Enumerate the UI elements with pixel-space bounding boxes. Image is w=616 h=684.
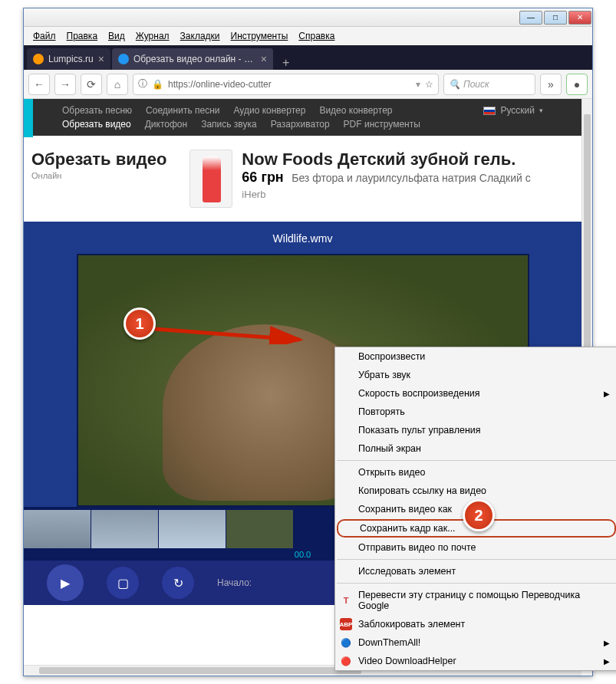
ctx-open-video[interactable]: Открыть видео <box>335 463 616 482</box>
search-input[interactable]: 🔍 Поиск <box>443 74 535 95</box>
window-maximize-button[interactable]: □ <box>544 11 567 25</box>
menu-tools[interactable]: Инструменты <box>226 29 293 43</box>
ctx-fullscreen[interactable]: Полный экран <box>335 439 616 458</box>
back-button[interactable]: ← <box>28 74 50 95</box>
tab-strip: Lumpics.ru × Обрезать видео онлайн - обр… <box>24 45 592 70</box>
menu-file[interactable]: Файл <box>28 29 61 43</box>
search-icon: 🔍 <box>449 79 460 90</box>
menu-separator <box>337 583 616 584</box>
ctx-send-email[interactable]: Отправить видео по почте <box>335 538 616 557</box>
favicon-icon <box>33 54 44 64</box>
submenu-arrow-icon: ▶ <box>604 390 610 398</box>
page-subtitle: Онлайн <box>31 171 166 180</box>
submenu-arrow-icon: ▶ <box>604 639 610 647</box>
scrollbar-thumb[interactable] <box>39 667 361 674</box>
info-icon: ⓘ <box>138 77 147 90</box>
timeline-thumb[interactable] <box>24 510 91 548</box>
videohelper-icon: 🔴 <box>340 655 352 667</box>
nav-cut-video[interactable]: Обрезать видео <box>62 119 131 130</box>
annotation-marker-1: 1 <box>124 307 156 340</box>
menu-help[interactable]: Справка <box>294 29 339 43</box>
url-text: https://online-video-cutter <box>168 79 411 90</box>
close-tab-icon[interactable]: × <box>261 53 267 65</box>
ctx-loop[interactable]: Повторять <box>335 403 616 421</box>
ctx-play[interactable]: Воспроизвести <box>335 347 616 366</box>
reload-button[interactable]: ⟳ <box>81 74 102 95</box>
nav-recorder[interactable]: Диктофон <box>145 119 187 130</box>
new-tab-button[interactable]: + <box>275 56 297 70</box>
rotate-button[interactable]: ↻ <box>162 567 194 599</box>
ad-image <box>189 150 232 208</box>
overflow-button[interactable]: » <box>540 74 562 95</box>
timeline-thumb[interactable] <box>226 510 294 548</box>
lock-icon: 🔒 <box>152 79 163 90</box>
ad-price: 66 грн <box>242 169 283 185</box>
ctx-show-controls[interactable]: Показать пульт управления <box>335 421 616 439</box>
site-nav: Обрезать песню Соединить песни Аудио кон… <box>24 99 581 136</box>
browser-window: ― □ ✕ Файл Правка Вид Журнал Закладки Ин… <box>23 8 593 676</box>
ctx-speed[interactable]: Скорость воспроизведения▶ <box>335 384 616 403</box>
submenu-arrow-icon: ▶ <box>604 657 610 666</box>
play-button[interactable]: ▶ <box>47 564 84 601</box>
downthemall-icon: 🔵 <box>340 636 352 649</box>
ad-description: Без фтора и лаурилсульфата натрия Сладки… <box>292 172 531 184</box>
tab-lumpics[interactable]: Lumpics.ru × <box>27 48 110 70</box>
profile-button[interactable]: ● <box>566 74 588 95</box>
ctx-adblock[interactable]: ABPЗаблокировать элемент <box>335 615 616 633</box>
ctx-inspect[interactable]: Исследовать элемент <box>335 562 616 580</box>
adblock-icon: ABP <box>340 618 352 630</box>
menu-view[interactable]: Вид <box>104 29 130 43</box>
flag-icon <box>483 107 496 115</box>
ctx-videohelper[interactable]: 🔴Video DownloadHelper▶ <box>335 652 616 670</box>
home-button[interactable]: ⌂ <box>107 74 128 95</box>
menu-separator <box>337 559 616 560</box>
nav-unarchiver[interactable]: Разархиватор <box>271 119 330 130</box>
language-selector[interactable]: Русский ▾ <box>483 105 543 116</box>
window-minimize-button[interactable]: ― <box>519 11 542 25</box>
nav-join-songs[interactable]: Соединить песни <box>146 105 219 116</box>
annotation-arrow <box>154 321 308 344</box>
forward-button[interactable]: → <box>54 74 76 95</box>
menu-history[interactable]: Журнал <box>131 29 174 43</box>
nav-audio-converter[interactable]: Аудио конвертер <box>233 105 305 116</box>
reader-icon[interactable]: ☆ <box>425 79 433 90</box>
chevron-down-icon: ▾ <box>539 107 543 114</box>
favicon-icon <box>118 54 129 64</box>
annotation-marker-2: 2 <box>463 499 495 531</box>
ctx-translate[interactable]: TПеревести эту страницу с помощью Перево… <box>335 586 616 615</box>
ctx-downthemall[interactable]: 🔵DownThemAll!▶ <box>335 633 616 652</box>
ad-brand: iHerb <box>242 189 530 200</box>
tab-label: Lumpics.ru <box>48 54 94 64</box>
nav-audio-record[interactable]: Запись звука <box>201 119 257 130</box>
ctx-mute[interactable]: Убрать звук <box>335 366 616 384</box>
search-placeholder: Поиск <box>463 79 489 90</box>
nav-pdf-tools[interactable]: PDF инструменты <box>344 119 420 130</box>
translate-icon: T <box>340 594 352 607</box>
close-tab-icon[interactable]: × <box>98 53 104 65</box>
video-filename: Wildlife.wmv <box>24 232 581 245</box>
svg-line-0 <box>154 329 300 340</box>
address-bar: ← → ⟳ ⌂ ⓘ 🔒 https://online-video-cutter … <box>24 70 592 99</box>
timeline-thumb[interactable] <box>159 510 226 548</box>
dropdown-icon[interactable]: ▾ <box>416 79 420 90</box>
language-label: Русский <box>500 105 535 116</box>
start-label: Начало: <box>217 577 252 588</box>
window-close-button[interactable]: ✕ <box>568 11 591 25</box>
menu-edit[interactable]: Правка <box>62 29 103 43</box>
advertisement[interactable]: Now Foods Детский зубной гель. 66 грн Бе… <box>189 150 581 208</box>
timeline-start-handle[interactable] <box>24 99 33 137</box>
ctx-copy-link[interactable]: Копировать ссылку на видео <box>335 482 616 500</box>
tab-video-cutter[interactable]: Обрезать видео онлайн - обр × <box>112 48 273 70</box>
nav-cut-song[interactable]: Обрезать песню <box>62 105 132 116</box>
menubar: Файл Правка Вид Журнал Закладки Инструме… <box>24 27 592 45</box>
window-titlebar: ― □ ✕ <box>24 8 592 27</box>
crop-button[interactable]: ▢ <box>107 567 139 599</box>
nav-video-converter[interactable]: Видео конвертер <box>319 105 392 116</box>
page-title: Обрезать видео <box>31 150 166 169</box>
page-header: Обрезать видео Онлайн Now Foods Детский … <box>24 136 581 222</box>
tab-label: Обрезать видео онлайн - обр <box>133 54 256 64</box>
url-input[interactable]: ⓘ 🔒 https://online-video-cutter ▾ ☆ <box>133 74 439 95</box>
ad-title: Now Foods Детский зубной гель. <box>242 150 530 169</box>
menu-bookmarks[interactable]: Закладки <box>176 29 225 43</box>
timeline-thumb[interactable] <box>91 510 159 548</box>
